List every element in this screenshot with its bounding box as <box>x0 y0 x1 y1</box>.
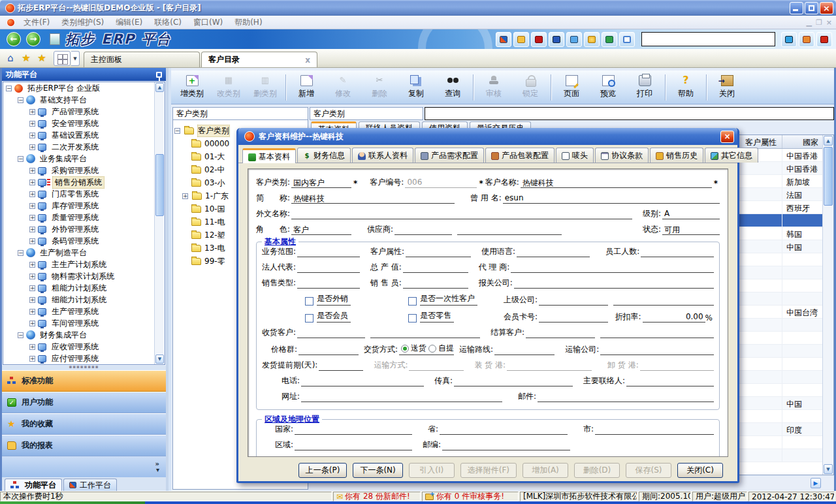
scroll-up-icon[interactable]: ▲ <box>155 83 164 92</box>
receiver-name-field[interactable] <box>370 328 480 338</box>
restore-button[interactable] <box>805 2 818 14</box>
run-icon[interactable] <box>781 32 797 47</box>
page-setup-button[interactable]: 页面 <box>553 72 590 102</box>
parent-co-name-field[interactable] <box>613 295 714 306</box>
tree-item[interactable]: +门店零售系统 <box>3 188 165 200</box>
menu-category[interactable]: 类别维护(S) <box>56 16 110 29</box>
receiver-field[interactable] <box>297 328 365 338</box>
email-field[interactable] <box>538 392 714 402</box>
mdi-close-icon[interactable]: × <box>826 18 832 27</box>
tab-main-panel[interactable]: 主控面板 <box>84 52 200 67</box>
dtab-contacts[interactable]: 联系人资料 <box>352 148 413 163</box>
folder-up-icon[interactable] <box>513 32 529 47</box>
member-checkbox[interactable] <box>305 314 314 323</box>
favorite-icon[interactable]: ★ <box>19 51 33 65</box>
tab-customer-directory[interactable]: 客户目录 x <box>201 52 317 67</box>
trans-co-field[interactable] <box>600 345 714 355</box>
dtab-shipping-mark[interactable]: 唛头 <box>556 148 594 163</box>
salesman-field[interactable] <box>403 278 468 289</box>
tree-item[interactable]: +车间管理系统 <box>3 317 165 329</box>
cust-attr-field[interactable] <box>406 247 471 257</box>
short-name-field[interactable]: 热键科技 <box>291 193 455 204</box>
scroll-right-icon[interactable]: ▶ <box>811 478 821 488</box>
tab-dropdown-icon[interactable]: ▼ <box>71 51 80 66</box>
edit-category-button[interactable]: ▦改类别 <box>210 72 247 102</box>
price-group-field[interactable] <box>298 345 359 355</box>
menu-file[interactable]: 文件(F) <box>18 16 56 29</box>
tree-item[interactable]: +粗能力计划系统 <box>3 282 165 294</box>
status-field[interactable]: 可用 <box>662 225 720 235</box>
tree-scrollbar[interactable]: ▲ ▼ <box>154 82 165 364</box>
tree-item[interactable]: +外协管理系统 <box>3 223 165 235</box>
query-button[interactable]: 查询 <box>434 72 471 102</box>
tree-item[interactable]: +产品管理系统 <box>3 106 165 118</box>
sidebar-splitter[interactable]: ▪▪▪▪▪▪▪▪ <box>2 366 166 370</box>
group-user-functions[interactable]: ✓用户功能 <box>2 392 166 413</box>
minimize-button[interactable] <box>790 2 803 14</box>
scroll-down-icon[interactable]: ▼ <box>155 354 164 364</box>
route-field[interactable] <box>494 345 555 355</box>
onetime-checkbox[interactable] <box>408 297 417 306</box>
folder-add-icon[interactable] <box>566 32 582 47</box>
org-chart-icon[interactable] <box>549 32 564 47</box>
scroll-down-icon[interactable]: ▼ <box>824 464 833 474</box>
tree-item[interactable]: +基础设置系统 <box>3 129 165 141</box>
zip-field[interactable] <box>442 440 570 450</box>
customer-name-field[interactable]: 热键科技 <box>521 178 712 188</box>
tree-item[interactable]: +二次开发系统 <box>3 141 165 153</box>
preview-button[interactable]: 预览 <box>590 72 626 102</box>
menu-window[interactable]: 窗口(W) <box>187 16 229 29</box>
home-tab-icon[interactable]: ⌂ <box>3 51 18 65</box>
group-overflow[interactable]: »▾ <box>2 456 166 477</box>
tree-item[interactable]: +库存管理系统 <box>3 200 165 212</box>
desktop-icon[interactable] <box>496 32 511 47</box>
dtab-basic-info[interactable]: 基本资料 <box>242 148 296 163</box>
dtab-other-info[interactable]: 其它信息 <box>705 148 758 163</box>
modify-button[interactable]: ✎修改 <box>325 72 361 102</box>
menu-help[interactable]: 帮助(H) <box>229 16 268 29</box>
address-book-icon[interactable] <box>531 32 547 47</box>
former-name-field[interactable]: esun <box>503 193 720 204</box>
province-field[interactable] <box>440 424 568 435</box>
phone-field[interactable] <box>301 376 424 386</box>
tree-item[interactable]: −业务集成平台 <box>3 153 165 165</box>
delivery-radio-selected[interactable] <box>401 345 409 353</box>
parent-co-field[interactable] <box>539 295 608 306</box>
tree-item-selected[interactable]: +销售分销系统 <box>3 176 165 188</box>
back-button[interactable]: ← <box>7 32 21 46</box>
member-card-field[interactable] <box>539 312 608 323</box>
dtab-agreement[interactable]: 协议条款 <box>595 148 649 163</box>
tree-item[interactable]: +安全管理系统 <box>3 118 165 129</box>
grade-field[interactable]: A <box>662 209 720 219</box>
tab-close-icon[interactable]: x <box>289 55 310 65</box>
help-button[interactable]: ?帮助 <box>667 72 704 102</box>
customer-type-field[interactable]: 国内客户 <box>291 178 351 188</box>
lead-time-field[interactable] <box>319 360 363 371</box>
dialog-close-button[interactable]: × <box>720 131 734 143</box>
select-attachment-button[interactable]: 选择附件(F) <box>460 463 517 478</box>
favorite-add-icon[interactable]: ★ <box>35 51 49 65</box>
city-field[interactable] <box>595 424 714 435</box>
unload-port-field[interactable] <box>640 360 714 371</box>
table-scrollbar[interactable]: ▲ ▼ <box>822 135 833 475</box>
staff-count-field[interactable] <box>641 247 714 257</box>
tree-item[interactable]: +应付管理系统 <box>3 353 165 364</box>
tree-item[interactable]: −基础支持平台 <box>3 94 165 106</box>
settle-cust-field[interactable] <box>526 328 595 338</box>
fax-field[interactable] <box>454 376 573 386</box>
agent-field[interactable] <box>511 262 714 273</box>
load-port-field[interactable] <box>507 360 592 371</box>
prev-record-button[interactable]: 上一条(P) <box>298 463 347 478</box>
tree-item[interactable]: +主生产计划系统 <box>3 259 165 270</box>
dtab-sales-history[interactable]: 销售历史 <box>650 148 703 163</box>
role-field[interactable]: 客户 <box>291 225 351 235</box>
explorer-icon[interactable] <box>602 32 617 47</box>
save-button[interactable]: 保存(S) <box>626 463 671 478</box>
status-audit[interactable]: 你有 0 件审核事务! <box>422 492 519 501</box>
add-category-button[interactable]: +增类别 <box>174 72 210 102</box>
new-button[interactable]: 新增 <box>288 72 325 102</box>
tree-item[interactable]: +质量管理系统 <box>3 212 165 223</box>
country-field[interactable] <box>295 424 412 435</box>
delete-button[interactable]: ✂删除 <box>361 72 398 102</box>
lock-button[interactable]: 锁定 <box>512 72 549 102</box>
